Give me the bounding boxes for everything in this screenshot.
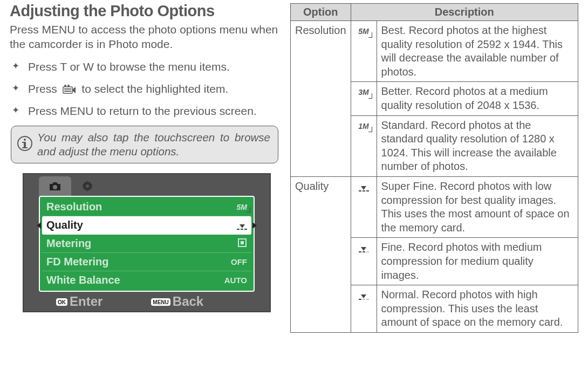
- option-name: Resolution: [291, 21, 351, 177]
- quality-level-2-icon: [351, 238, 377, 285]
- menu-row-fd-metering: FD MeteringOFF: [42, 253, 251, 271]
- options-table: Option Description Resolution5MBest. Rec…: [290, 3, 578, 333]
- quality-level-3-icon: [351, 176, 377, 237]
- tab-photo: [39, 176, 71, 196]
- svg-point-6: [24, 139, 26, 141]
- th-option: Option: [291, 4, 351, 21]
- info-note-box: You may also tap the touchscreen to brow…: [11, 126, 278, 163]
- svg-point-3: [64, 85, 66, 87]
- menu-row-resolution: Resolution5M: [42, 198, 251, 216]
- option-description: Normal. Record photos with high compress…: [377, 285, 578, 333]
- option-name: Quality: [291, 176, 351, 332]
- svg-rect-0: [63, 87, 72, 93]
- menu-row-white-balance: White BalanceAUTO: [42, 271, 251, 290]
- menu-row-quality: Quality: [42, 216, 251, 235]
- svg-point-4: [67, 85, 70, 87]
- option-description: Standard. Record photos at the standard …: [377, 115, 578, 176]
- resolution-5m-icon: 5M: [351, 21, 377, 82]
- quality-level-1-icon: [351, 285, 377, 333]
- svg-rect-13: [241, 241, 244, 244]
- footer-enter: OKEnter: [56, 294, 102, 309]
- intro-text: Press MENU to access the photo options m…: [10, 22, 279, 52]
- resolution-1m-icon: 1M: [351, 115, 377, 176]
- page-title: Adjusting the Photo Options: [10, 2, 279, 20]
- svg-point-11: [86, 184, 89, 188]
- svg-rect-8: [22, 142, 26, 143]
- step-item: ✦Press to select the highlighted item.: [12, 81, 279, 96]
- svg-point-10: [53, 185, 57, 189]
- svg-rect-9: [22, 147, 28, 148]
- tab-settings: [71, 176, 104, 196]
- step-item: ✦Press T or W to browse the menu items.: [12, 59, 279, 74]
- resolution-3m-icon: 3M: [351, 82, 377, 115]
- option-description: Better. Record photos at a medium qualit…: [377, 82, 578, 115]
- info-icon: [17, 135, 37, 154]
- option-description: Super Fine. Record photos with low compr…: [377, 176, 578, 237]
- table-row: Resolution5MBest. Record photos at the h…: [291, 21, 578, 82]
- footer-back: MENUBack: [151, 294, 203, 309]
- svg-rect-1: [64, 88, 71, 90]
- camera-screenshot: Resolution5MQualityMeteringFD MeteringOF…: [23, 173, 271, 312]
- svg-rect-2: [64, 91, 71, 92]
- step-list: ✦Press T or W to browse the menu items.✦…: [10, 59, 279, 119]
- info-note-text: You may also tap the touchscreen to brow…: [37, 131, 270, 158]
- th-description: Description: [351, 4, 578, 21]
- camera-icon: [63, 85, 77, 94]
- step-item: ✦Press MENU to return to the previous sc…: [12, 104, 279, 118]
- menu-row-metering: Metering: [42, 235, 251, 253]
- table-row: QualitySuper Fine. Record photos with lo…: [291, 176, 578, 237]
- option-description: Fine. Record photos with medium compress…: [377, 238, 578, 285]
- option-description: Best. Record photos at the highest quali…: [377, 21, 578, 82]
